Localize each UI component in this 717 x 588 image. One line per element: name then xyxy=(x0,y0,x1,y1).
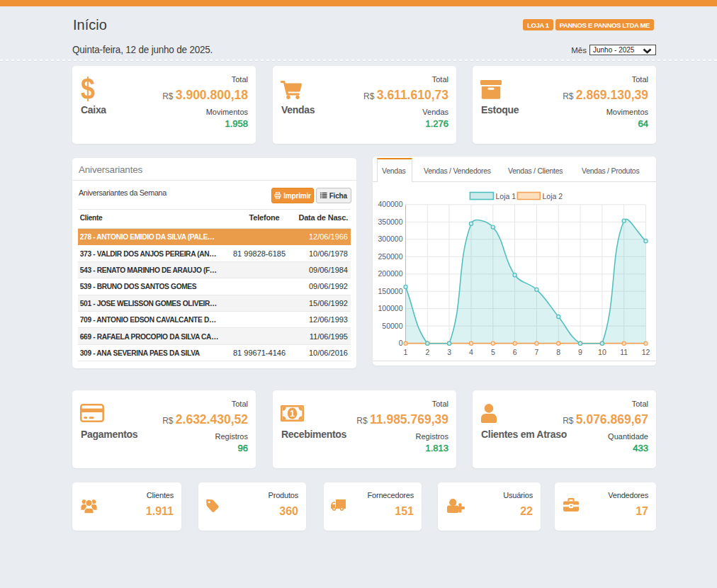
svg-text:3: 3 xyxy=(447,348,451,356)
svg-text:300000: 300000 xyxy=(378,234,402,243)
svg-text:350000: 350000 xyxy=(378,217,402,226)
svg-text:12: 12 xyxy=(642,348,650,356)
svg-text:0: 0 xyxy=(399,339,403,347)
svg-text:50000: 50000 xyxy=(382,322,402,330)
svg-text:7: 7 xyxy=(534,348,538,356)
svg-text:1: 1 xyxy=(290,409,295,419)
svg-text:150000: 150000 xyxy=(378,287,402,295)
svg-text:8: 8 xyxy=(556,348,560,356)
svg-text:11: 11 xyxy=(620,348,628,356)
svg-text:10: 10 xyxy=(598,348,606,356)
svg-text:250000: 250000 xyxy=(378,252,402,261)
svg-text:Loja 1: Loja 1 xyxy=(496,192,516,200)
svg-text:200000: 200000 xyxy=(378,269,402,278)
svg-text:6: 6 xyxy=(513,348,517,356)
svg-text:9: 9 xyxy=(578,348,582,356)
svg-text:400000: 400000 xyxy=(378,200,402,208)
svg-text:1: 1 xyxy=(404,348,408,356)
svg-text:4: 4 xyxy=(469,348,473,356)
svg-text:5: 5 xyxy=(491,348,495,356)
svg-text:Loja 2: Loja 2 xyxy=(543,192,563,200)
svg-text:2: 2 xyxy=(425,348,429,356)
svg-text:100000: 100000 xyxy=(378,304,402,312)
